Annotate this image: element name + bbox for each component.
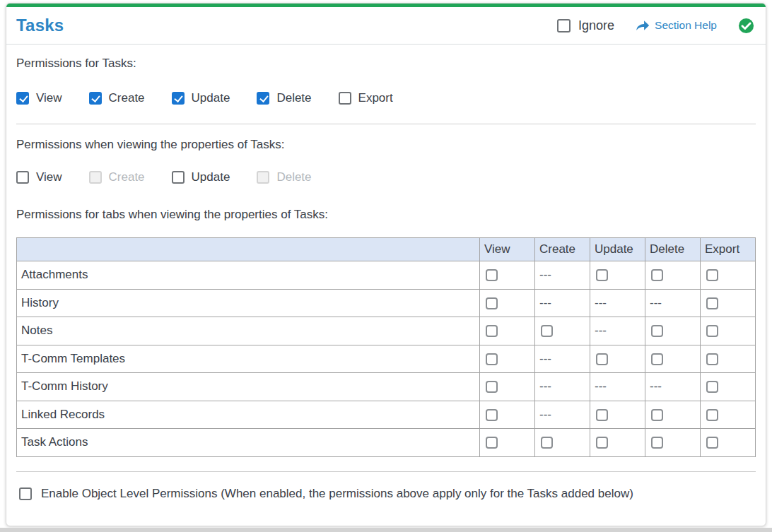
permission-cell-update xyxy=(590,401,645,429)
section-help-link[interactable]: Section Help xyxy=(636,19,717,32)
not-applicable-dash: --- xyxy=(595,379,607,393)
t-comm-templates-delete-checkbox[interactable] xyxy=(651,353,663,365)
tab-name-cell: Task Actions xyxy=(17,429,480,457)
linked-records-update-checkbox[interactable] xyxy=(596,409,608,421)
permission-cell-view xyxy=(480,261,535,290)
not-applicable-dash: --- xyxy=(539,352,551,365)
properties-view-checkbox-item[interactable]: View xyxy=(16,170,62,184)
checkbox-label: Update xyxy=(192,170,230,184)
task-actions-export-checkbox[interactable] xyxy=(706,437,718,449)
notes-create-checkbox[interactable] xyxy=(541,325,553,337)
permission-cell-view xyxy=(480,429,535,457)
permission-cell-view xyxy=(480,401,535,429)
main-delete-checkbox[interactable] xyxy=(257,92,269,105)
divider xyxy=(16,124,756,124)
not-applicable-dash: --- xyxy=(539,408,551,421)
main-export-checkbox-item[interactable]: Export xyxy=(339,91,393,105)
main-create-checkbox-item[interactable]: Create xyxy=(89,91,145,105)
attachments-delete-checkbox[interactable] xyxy=(651,269,663,281)
permission-cell-update xyxy=(590,345,645,373)
main-create-checkbox[interactable] xyxy=(89,92,102,105)
notes-delete-checkbox[interactable] xyxy=(651,325,663,337)
column-header-update: Update xyxy=(590,238,645,261)
checkbox-label: Create xyxy=(109,170,145,184)
task-actions-delete-checkbox[interactable] xyxy=(651,437,663,449)
t-comm-history-view-checkbox[interactable] xyxy=(486,381,498,393)
properties-create-checkbox-item: Create xyxy=(89,170,145,184)
permission-cell-update: --- xyxy=(590,373,645,401)
notes-view-checkbox[interactable] xyxy=(486,325,498,337)
ignore-checkbox-row[interactable]: Ignore xyxy=(557,18,614,33)
column-header-view: View xyxy=(480,238,535,261)
t-comm-templates-export-checkbox[interactable] xyxy=(706,353,718,365)
t-comm-templates-view-checkbox[interactable] xyxy=(486,353,498,365)
table-row: Attachments--- xyxy=(17,261,756,290)
checkbox-label: View xyxy=(36,170,62,184)
properties-update-checkbox[interactable] xyxy=(172,171,185,184)
table-header-row: ViewCreateUpdateDeleteExport xyxy=(17,238,756,261)
tab-name-cell: T-Comm Templates xyxy=(17,345,480,373)
tab-name-column-header xyxy=(17,238,480,261)
task-actions-create-checkbox[interactable] xyxy=(541,437,553,449)
permission-cell-update: --- xyxy=(590,289,645,317)
tab-name-cell: Attachments xyxy=(17,261,480,290)
main-delete-checkbox-item[interactable]: Delete xyxy=(257,91,311,105)
linked-records-delete-checkbox[interactable] xyxy=(651,409,663,421)
checkbox-label: Export xyxy=(358,91,393,105)
page-title: Tasks xyxy=(16,16,64,35)
tab-name-cell: T-Comm History xyxy=(17,373,480,401)
object-level-permissions-checkbox[interactable] xyxy=(19,487,32,500)
attachments-export-checkbox[interactable] xyxy=(706,269,718,281)
not-applicable-dash: --- xyxy=(595,324,607,337)
column-header-delete: Delete xyxy=(645,238,701,261)
linked-records-view-checkbox[interactable] xyxy=(486,409,498,421)
permission-cell-create xyxy=(535,317,590,345)
table-row: Linked Records--- xyxy=(17,401,756,429)
attachments-view-checkbox[interactable] xyxy=(486,269,498,281)
linked-records-export-checkbox[interactable] xyxy=(706,409,718,421)
task-actions-view-checkbox[interactable] xyxy=(486,437,498,449)
main-view-checkbox[interactable] xyxy=(16,92,29,105)
permission-cell-create: --- xyxy=(535,289,590,317)
table-row: Task Actions xyxy=(17,429,756,457)
divider xyxy=(16,471,756,472)
main-view-checkbox-item[interactable]: View xyxy=(16,91,62,105)
permission-cell-view xyxy=(480,289,535,317)
task-actions-update-checkbox[interactable] xyxy=(596,437,608,449)
properties-view-checkbox[interactable] xyxy=(16,171,29,184)
t-comm-templates-update-checkbox[interactable] xyxy=(596,353,608,365)
properties-permissions-label: Permissions when viewing the properties … xyxy=(16,138,756,152)
table-row: History--------- xyxy=(17,289,756,317)
permission-cell-create xyxy=(535,429,590,457)
history-view-checkbox[interactable] xyxy=(486,297,498,309)
properties-update-checkbox-item[interactable]: Update xyxy=(172,170,230,184)
permission-cell-view xyxy=(480,345,535,373)
checkbox-label: Update xyxy=(192,91,230,105)
notes-export-checkbox[interactable] xyxy=(706,325,718,337)
permission-cell-export xyxy=(701,345,756,373)
table-row: T-Comm History--------- xyxy=(17,373,756,401)
main-update-checkbox[interactable] xyxy=(172,92,185,105)
permission-cell-delete xyxy=(645,261,701,290)
permission-cell-create: --- xyxy=(535,401,590,429)
main-update-checkbox-item[interactable]: Update xyxy=(172,91,230,105)
permission-cell-export xyxy=(701,401,756,429)
history-export-checkbox[interactable] xyxy=(706,297,718,309)
main-permissions-checkbox-row: ViewCreateUpdateDeleteExport xyxy=(16,91,756,105)
not-applicable-dash: --- xyxy=(650,296,662,309)
not-applicable-dash: --- xyxy=(539,268,551,281)
checkbox-label: Delete xyxy=(276,170,311,184)
ignore-label: Ignore xyxy=(578,18,614,33)
t-comm-history-export-checkbox[interactable] xyxy=(706,381,718,393)
object-level-permissions-label: Enable Object Level Permissions (When en… xyxy=(41,487,633,501)
object-level-permissions-row[interactable]: Enable Object Level Permissions (When en… xyxy=(16,487,756,501)
permission-cell-delete: --- xyxy=(645,289,701,317)
ignore-checkbox[interactable] xyxy=(557,19,571,32)
permission-cell-update xyxy=(590,429,645,457)
permission-cell-delete xyxy=(645,345,701,373)
main-export-checkbox[interactable] xyxy=(339,92,351,105)
tabs-permissions-label: Permissions for tabs when viewing the pr… xyxy=(16,208,756,222)
green-check-circle-icon xyxy=(738,18,754,34)
permission-cell-delete xyxy=(645,317,701,345)
attachments-update-checkbox[interactable] xyxy=(596,269,608,281)
